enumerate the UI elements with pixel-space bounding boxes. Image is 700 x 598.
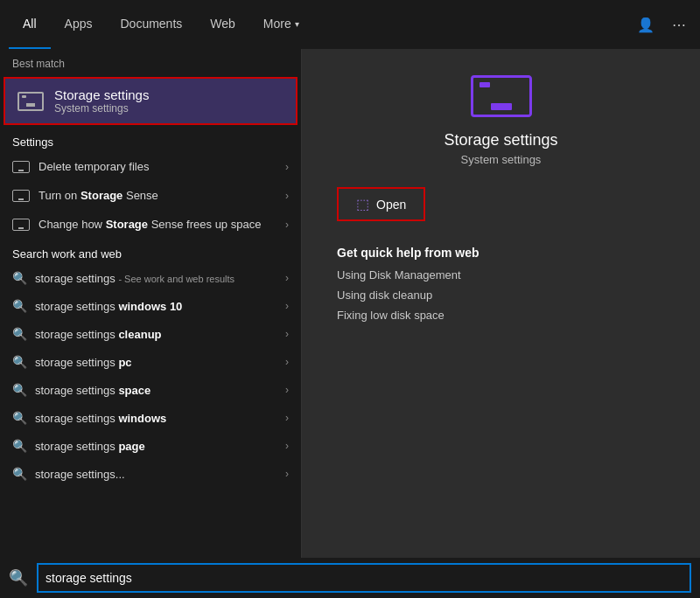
- search-icon-7: 🔍: [12, 467, 26, 481]
- search-input[interactable]: [37, 563, 691, 593]
- web-item-text-1: storage settings windows 10: [35, 300, 276, 313]
- web-item-text-2: storage settings cleanup: [35, 328, 276, 341]
- search-web-label: Search work and web: [0, 239, 301, 264]
- web-item-partial[interactable]: 🔍 storage settings... ›: [0, 460, 301, 488]
- chevron-right-web4: ›: [285, 384, 289, 396]
- search-icon-5: 🔍: [12, 411, 26, 425]
- search-icon-4: 🔍: [12, 383, 26, 397]
- storage-icon-list3: [12, 219, 30, 231]
- storage-icon-list2: [12, 190, 30, 202]
- chevron-right-icon: ›: [285, 161, 289, 173]
- right-title: Storage settings: [444, 131, 557, 150]
- web-item-text-partial: storage settings...: [35, 468, 276, 481]
- search-icon-0: 🔍: [12, 271, 26, 285]
- web-item-4[interactable]: 🔍 storage settings space ›: [0, 376, 301, 404]
- list-item-storage-sense[interactable]: Turn on Storage Sense ›: [0, 181, 301, 210]
- nav-tab-documents[interactable]: Documents: [106, 0, 196, 49]
- web-item-0[interactable]: 🔍 storage settings - See work and web re…: [0, 264, 301, 292]
- storage-icon-list: [12, 161, 30, 173]
- chevron-right-icon3: ›: [285, 219, 289, 231]
- search-icon-1: 🔍: [12, 299, 26, 313]
- quick-help-section: Get quick help from web Using Disk Manag…: [337, 246, 665, 329]
- best-match-text: Storage settings System settings: [54, 87, 284, 115]
- right-panel: Storage settings System settings ⬚ Open …: [302, 49, 700, 558]
- nav-right: 👤 ⋯: [632, 11, 691, 38]
- search-icon-2: 🔍: [12, 327, 26, 341]
- web-item-3[interactable]: 🔍 storage settings pc ›: [0, 348, 301, 376]
- chevron-down-icon: ▾: [295, 19, 299, 29]
- best-match-title: Storage settings: [54, 87, 284, 102]
- web-item-text-3: storage settings pc: [35, 356, 276, 369]
- chevron-right-web6: ›: [285, 440, 289, 452]
- help-link-2[interactable]: Fixing low disk space: [337, 309, 665, 322]
- chevron-right-web7: ›: [285, 468, 289, 480]
- web-item-text-4: storage settings space: [35, 384, 276, 397]
- open-label: Open: [376, 198, 406, 212]
- list-item-text-sense: Turn on Storage Sense: [38, 189, 276, 202]
- best-match-label: Best match: [0, 49, 301, 75]
- search-icon-3: 🔍: [12, 355, 26, 369]
- web-item-5[interactable]: 🔍 storage settings windows ›: [0, 404, 301, 432]
- web-item-6[interactable]: 🔍 storage settings page ›: [0, 432, 301, 460]
- main-content: Best match Storage settings System setti…: [0, 49, 700, 558]
- chevron-right-web3: ›: [285, 356, 289, 368]
- storage-icon-small: [18, 92, 44, 111]
- nav-tab-more[interactable]: More ▾: [249, 0, 313, 49]
- best-match-subtitle: System settings: [54, 102, 284, 115]
- web-item-2[interactable]: 🔍 storage settings cleanup ›: [0, 320, 301, 348]
- list-item-change-sense[interactable]: Change how Storage Sense frees up space …: [0, 210, 301, 239]
- nav-tab-apps[interactable]: Apps: [51, 0, 107, 49]
- nav-tab-all[interactable]: All: [9, 0, 51, 49]
- web-item-1[interactable]: 🔍 storage settings windows 10 ›: [0, 292, 301, 320]
- help-link-1[interactable]: Using disk cleanup: [337, 289, 665, 302]
- chevron-right-web0: ›: [285, 272, 289, 284]
- search-icon-bottom: 🔍: [9, 568, 28, 588]
- chevron-right-web1: ›: [285, 300, 289, 312]
- list-item-text-change: Change how Storage Sense frees up space: [38, 218, 276, 231]
- right-subtitle: System settings: [461, 153, 542, 166]
- web-item-text-0: storage settings - See work and web resu…: [35, 272, 276, 285]
- chevron-right-web2: ›: [285, 328, 289, 340]
- web-item-text-5: storage settings windows: [35, 412, 276, 425]
- open-button[interactable]: ⬚ Open: [337, 187, 425, 221]
- web-item-text-6: storage settings page: [35, 440, 276, 453]
- chevron-right-icon2: ›: [285, 190, 289, 202]
- list-item-delete-temp[interactable]: Delete temporary files ›: [0, 152, 301, 181]
- settings-section-label: Settings: [0, 127, 301, 152]
- chevron-right-web5: ›: [285, 412, 289, 424]
- left-panel: Best match Storage settings System setti…: [0, 49, 302, 558]
- nav-tab-web[interactable]: Web: [196, 0, 249, 49]
- search-icon-6: 🔍: [12, 439, 26, 453]
- top-nav: All Apps Documents Web More ▾ 👤 ⋯: [0, 0, 700, 49]
- best-match-item[interactable]: Storage settings System settings: [4, 77, 298, 125]
- storage-icon-large: [471, 75, 532, 117]
- quick-help-title: Get quick help from web: [337, 246, 665, 260]
- more-options-icon[interactable]: ⋯: [667, 11, 691, 38]
- help-link-0[interactable]: Using Disk Management: [337, 268, 665, 282]
- search-bar-row: 🔍: [0, 558, 700, 598]
- open-icon: ⬚: [356, 196, 369, 212]
- list-item-text-delete: Delete temporary files: [38, 160, 276, 173]
- feedback-icon[interactable]: 👤: [632, 11, 660, 38]
